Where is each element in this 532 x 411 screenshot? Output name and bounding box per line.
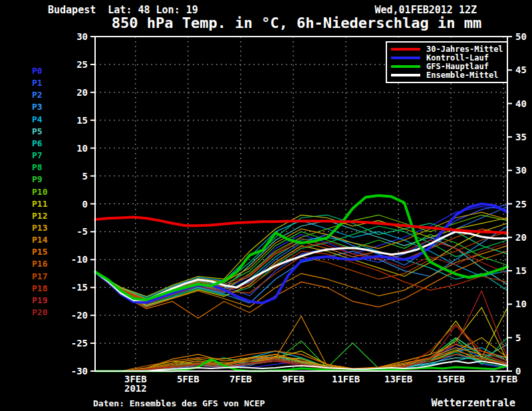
x-axis-date-label: 15FEB	[437, 374, 465, 384]
right-axis-tick-label: 40	[515, 98, 527, 109]
x-axis-date-label: 13FEB	[384, 374, 412, 384]
legend-box: 30-Jahres-MittelKontroll-LaufGFS-Hauptla…	[386, 41, 508, 83]
legend-line-swatch	[391, 57, 420, 59]
left-axis-tick-label: 20	[76, 87, 88, 98]
left-axis-tick-label: 5	[82, 171, 88, 182]
legend-label: 30-Jahres-Mittel	[426, 45, 503, 53]
legend-row: Kontroll-Lauf	[391, 54, 503, 62]
legend-row: GFS-Hauptlauf	[391, 63, 503, 70]
left-axis-tick-label: 25	[76, 59, 88, 70]
legend-row: Ensemble-Mittel	[391, 71, 503, 79]
right-axis-tick-label: 35	[515, 132, 527, 142]
right-axis-tick-label: 20	[515, 232, 527, 243]
legend-row: 30-Jahres-Mittel	[391, 45, 503, 53]
legend-label: Ensemble-Mittel	[426, 71, 498, 79]
right-axis-tick-label: 45	[515, 65, 527, 75]
legend-line-swatch	[391, 48, 420, 51]
left-axis-tick-label: 15	[76, 115, 88, 126]
legend-label: GFS-Hauptlauf	[426, 63, 489, 70]
left-axis-tick-label: 30	[76, 31, 88, 42]
brand-text: Wetterzentrale	[432, 397, 515, 409]
left-axis-tick-label: -10	[71, 254, 88, 265]
left-axis-tick-label: 0	[82, 199, 88, 209]
right-axis-tick-label: 30	[515, 165, 527, 176]
left-axis-tick-label: -30	[71, 366, 88, 376]
left-axis-tick-label: -25	[71, 338, 88, 348]
left-axis-tick-label: -5	[76, 226, 88, 237]
legend-line-swatch	[391, 74, 420, 76]
right-axis-tick-label: 50	[515, 31, 527, 42]
right-axis-tick-label: 15	[515, 265, 527, 276]
x-axis-date-label: 17FEB	[489, 374, 517, 384]
right-axis-tick-label: 25	[515, 199, 527, 209]
left-axis-tick-label: -15	[71, 282, 88, 293]
wetterzentrale-ensemble-meteogram: { "header": { "station": "Budapest Lat: …	[0, 0, 532, 411]
x-axis-year-label: 2012	[124, 383, 147, 394]
data-source-text: Daten: Ensembles des GFS von NCEP	[93, 398, 265, 408]
x-axis-date-label: 5FEB	[177, 374, 200, 384]
x-axis-date-label: 9FEB	[282, 374, 305, 384]
series-Kontroll-Lauf	[95, 204, 507, 303]
left-axis-tick-label: 10	[76, 143, 88, 154]
left-axis-tick-label: -20	[71, 310, 88, 321]
right-axis-tick-label: 5	[515, 333, 521, 343]
x-axis-date-label: 11FEB	[332, 374, 360, 384]
right-axis-tick-label: 10	[515, 299, 527, 309]
legend-line-swatch	[391, 65, 420, 68]
legend-label: Kontroll-Lauf	[426, 54, 489, 62]
series-30-Jahres-Mittel	[95, 217, 507, 233]
x-axis-date-label: 7FEB	[229, 374, 252, 384]
